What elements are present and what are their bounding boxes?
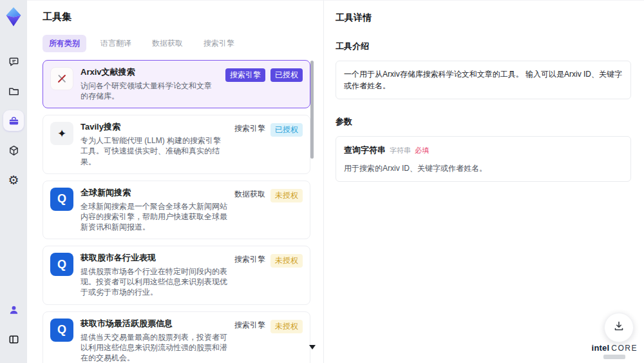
tool-auth-badge: 未授权 <box>270 254 303 268</box>
tool-auth-badge: 已授权 <box>270 68 303 82</box>
param-card: 查询字符串字符串必填 用于搜索的Arxiv ID、关键字或作者姓名。 <box>336 136 631 182</box>
tool-category-badge: 搜索引擎 <box>234 320 265 331</box>
tool-card[interactable]: Q 获取股市各行业表现 提供股票市场各个行业在特定时间段内的表现。投资者可以利用… <box>43 246 310 304</box>
news-logo-icon: Q <box>50 188 73 211</box>
chat-icon <box>8 55 20 68</box>
tool-category-badge: 搜索引擎 <box>234 123 265 134</box>
sidebar-item-plugins[interactable] <box>3 140 24 161</box>
page-title: 工具集 <box>43 11 323 23</box>
tab-all-categories[interactable]: 所有类别 <box>43 35 86 52</box>
user-icon <box>8 304 20 316</box>
param-name: 查询字符串 <box>344 145 386 155</box>
tool-category-badge: 数据获取 <box>234 189 265 200</box>
tool-name: 全球新闻搜索 <box>80 188 227 199</box>
tool-name: Arxiv文献搜索 <box>80 67 218 78</box>
intro-heading: 工具介绍 <box>336 41 631 52</box>
param-type: 字符串 <box>390 146 411 154</box>
tool-intro-text: 一个用于从Arxiv存储库搜索科学论文和文章的工具。 输入可以是Arxiv ID… <box>336 61 631 99</box>
folder-icon <box>8 85 20 97</box>
sidebar-item-toolbox[interactable] <box>3 110 24 131</box>
sidebar-item-account[interactable] <box>3 299 24 320</box>
tool-description: 全球新闻搜索是一个聚合全球各大新闻网站内容的搜索引擎，帮助用户快速获取全球最新资… <box>80 201 227 233</box>
tool-card[interactable]: Q 全球新闻搜索 全球新闻搜索是一个聚合全球各大新闻网站内容的搜索引擎，帮助用户… <box>43 181 310 239</box>
intel-core-logo: intelCORE <box>592 342 638 359</box>
tool-auth-badge: 未授权 <box>270 320 303 333</box>
tool-description: 访问各个研究领域大量科学论文和文章的存储库。 <box>80 81 218 101</box>
layout-panel-icon <box>8 333 20 346</box>
param-description: 用于搜索的Arxiv ID、关键字或作者姓名。 <box>344 162 623 174</box>
scroll-down-caret[interactable] <box>309 345 316 349</box>
scrollbar-thumb[interactable] <box>310 61 314 159</box>
tool-list: Arxiv文献搜索 访问各个研究领域大量科学论文和文章的存储库。 搜索引擎 已授… <box>43 60 310 363</box>
tab-data-fetch[interactable]: 数据获取 <box>146 35 189 52</box>
news-logo-icon: Q <box>50 319 73 342</box>
sidebar-item-files[interactable] <box>3 81 24 101</box>
sparkle-icon: ✦ <box>50 122 73 145</box>
tab-search-engine[interactable]: 搜索引擎 <box>197 35 241 52</box>
tool-list-panel: 工具集 所有类别语言翻译数据获取搜索引擎 Arxiv文献搜索 访问各个研究领域大… <box>27 0 324 363</box>
detail-title: 工具详情 <box>336 12 631 24</box>
tool-card[interactable]: Q 获取市场最活跃股票信息 提供当天交易量最高的股票列表，投资者可以利用这些信息… <box>43 311 310 363</box>
param-header: 查询字符串字符串必填 <box>344 144 623 157</box>
tool-name: Tavily搜索 <box>80 122 227 133</box>
sidebar-item-settings[interactable]: ⚙ <box>3 170 24 190</box>
brand-sub-badge <box>603 355 625 359</box>
cube-icon <box>8 144 20 157</box>
tool-description: 专为人工智能代理 (LLM) 构建的搜索引擎工具。可快速提供实时、准确和真实的结… <box>80 135 227 167</box>
app-logo-icon <box>5 6 23 27</box>
sidebar-item-panel-toggle[interactable] <box>3 329 24 349</box>
params-heading: 参数 <box>336 116 631 128</box>
tool-description: 提供当天交易量最高的股票列表，投资者可以利用这些信息来识别流动性强的股票和潜在的… <box>80 332 227 363</box>
tool-category-badge: 搜索引擎 <box>234 254 265 265</box>
arxiv-logo-icon <box>50 67 73 90</box>
briefcase-icon <box>8 115 20 127</box>
tool-category-badge: 搜索引擎 <box>225 68 265 82</box>
sidebar: ⚙ <box>0 0 27 363</box>
app-window: ⚙ 工具集 <box>0 0 644 363</box>
brand-intel-text: intel <box>592 343 610 353</box>
tool-auth-badge: 已授权 <box>270 123 303 137</box>
scrollbar-track[interactable] <box>310 57 314 351</box>
tool-detail-panel: 工具详情 工具介绍 一个用于从Arxiv存储库搜索科学论文和文章的工具。 输入可… <box>324 0 644 363</box>
sidebar-item-chat[interactable] <box>3 51 24 72</box>
tool-name: 获取股市各行业表现 <box>80 253 227 264</box>
tool-card[interactable]: ✦ Tavily搜索 专为人工智能代理 (LLM) 构建的搜索引擎工具。可快速提… <box>43 115 310 173</box>
brand-core-text: CORE <box>611 344 638 353</box>
download-icon <box>612 320 625 335</box>
news-logo-icon: Q <box>50 253 73 276</box>
gear-icon: ⚙ <box>8 174 19 186</box>
tool-card[interactable]: Arxiv文献搜索 访问各个研究领域大量科学论文和文章的存储库。 搜索引擎 已授… <box>43 60 310 108</box>
tool-auth-badge: 未授权 <box>270 189 303 202</box>
tool-description: 提供股票市场各个行业在特定时间段内的表现。投资者可以利用这些信息来识别表现优于或… <box>80 266 227 298</box>
category-tabs: 所有类别语言翻译数据获取搜索引擎 <box>43 35 323 52</box>
download-button[interactable] <box>604 313 634 342</box>
tab-translation[interactable]: 语言翻译 <box>94 35 138 52</box>
tool-name: 获取市场最活跃股票信息 <box>80 319 227 329</box>
param-required-flag: 必填 <box>415 146 429 154</box>
